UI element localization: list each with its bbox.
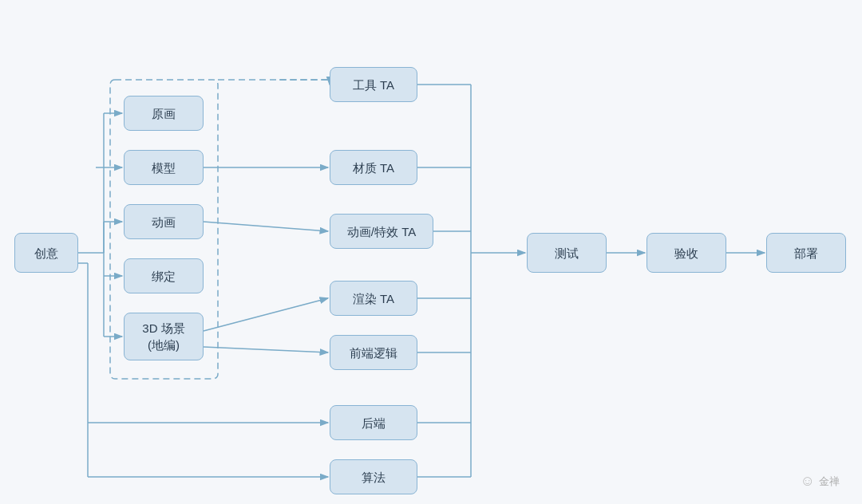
node-creativity: 创意 [14,233,78,273]
svg-line-17 [204,347,328,352]
svg-line-15 [204,222,328,231]
node-algorithm: 算法 [330,459,417,494]
node-scene3d: 3D 场景 (地编) [124,313,204,360]
node-render-ta: 渲染 TA [330,281,417,316]
watermark-icon: ☺ [801,473,815,490]
node-tools-ta: 工具 TA [330,67,417,102]
svg-line-16 [204,298,328,331]
node-material-ta: 材质 TA [330,150,417,185]
node-yuanhua: 原画 [124,96,204,131]
watermark: ☺ 金禅 [801,473,840,490]
watermark-text: 金禅 [819,474,840,489]
arrows-svg [0,0,862,504]
node-deploy: 部署 [766,233,846,273]
node-moxing: 模型 [124,150,204,185]
node-frontend: 前端逻辑 [330,335,417,370]
node-acceptance: 验收 [646,233,726,273]
node-test: 测试 [527,233,607,273]
node-banding: 绑定 [124,258,204,293]
node-anim-ta: 动画/特效 TA [330,214,433,249]
node-backend: 后端 [330,405,417,440]
node-donghua: 动画 [124,204,204,239]
diagram-container: 创意 原画 模型 动画 绑定 3D 场景 (地编) 工具 TA 材质 TA 动画… [0,0,862,504]
